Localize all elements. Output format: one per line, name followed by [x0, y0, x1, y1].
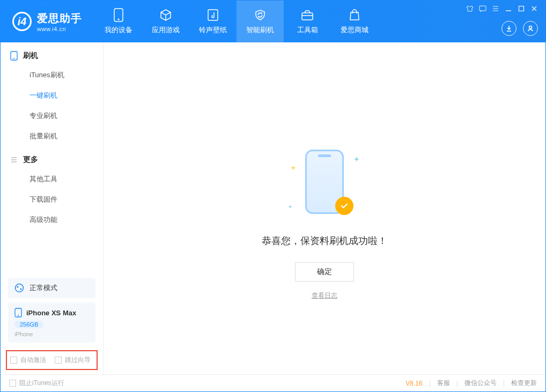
- tab-label: 铃声壁纸: [199, 25, 227, 35]
- svg-rect-3: [302, 13, 313, 20]
- version-label: V8.16: [405, 380, 422, 387]
- support-link[interactable]: 客服: [437, 379, 450, 388]
- mode-icon: [14, 283, 24, 293]
- mode-indicator[interactable]: 正常模式: [8, 278, 95, 298]
- logo-icon: i4: [12, 12, 32, 31]
- sidebar-item-pro-flash[interactable]: 专业刷机: [1, 106, 103, 126]
- maximize-button[interactable]: [518, 5, 525, 12]
- sidebar-item-batch-flash[interactable]: 批量刷机: [1, 126, 103, 146]
- menu-icon[interactable]: [492, 5, 499, 12]
- svg-point-6: [529, 26, 532, 29]
- checkbox-icon: [9, 380, 16, 387]
- toolbox-icon: [300, 8, 314, 22]
- svg-point-1: [118, 19, 120, 20]
- ok-button[interactable]: 确定: [295, 262, 354, 282]
- music-icon: [206, 8, 220, 22]
- success-illustration: ✦ ✦ ✦: [298, 150, 351, 219]
- mode-label: 正常模式: [29, 283, 57, 293]
- view-log-link[interactable]: 查看日志: [312, 291, 337, 300]
- close-button[interactable]: [530, 5, 538, 12]
- tab-label: 智能刷机: [246, 25, 274, 35]
- tab-label: 我的设备: [105, 25, 132, 35]
- sidebar-item-advanced[interactable]: 高级功能: [1, 210, 103, 230]
- checkbox-block-itunes[interactable]: 阻止iTunes运行: [9, 379, 64, 388]
- flash-options-row: 自动激活 跳过向导: [6, 350, 98, 370]
- sparkle-icon: ✦: [288, 204, 292, 210]
- cube-icon: [159, 8, 173, 22]
- sparkle-icon: ✦: [353, 155, 360, 164]
- window-controls: [466, 5, 538, 12]
- wechat-link[interactable]: 微信公众号: [464, 379, 497, 388]
- tab-smart-flash[interactable]: 智能刷机: [237, 1, 284, 42]
- bag-icon: [348, 8, 361, 22]
- svg-point-13: [18, 315, 19, 316]
- app-header: i4 爱思助手 www.i4.cn 我的设备 应用游戏 铃声壁纸 智能刷机 工具…: [1, 1, 545, 42]
- success-check-icon: [335, 197, 353, 215]
- checkbox-icon: [55, 357, 62, 364]
- check-update-link[interactable]: 检查更新: [511, 379, 537, 388]
- checkbox-label: 阻止iTunes运行: [19, 379, 64, 388]
- sidebar-item-itunes-flash[interactable]: iTunes刷机: [1, 65, 103, 85]
- device-info[interactable]: iPhone XS Max 256GB iPhone: [8, 302, 95, 343]
- refresh-shield-icon: [253, 8, 267, 22]
- tab-label: 爱思商城: [341, 25, 368, 35]
- svg-rect-4: [479, 6, 486, 11]
- download-icon[interactable]: [501, 21, 517, 36]
- checkbox-skip-guide[interactable]: 跳过向导: [55, 356, 91, 365]
- success-message: 恭喜您，保资料刷机成功啦！: [262, 234, 387, 247]
- list-icon: [10, 156, 18, 164]
- sidebar: 刷机 iTunes刷机 一键刷机 专业刷机 批量刷机 更多 其他工具 下载固件 …: [1, 42, 104, 374]
- sidebar-item-oneclick-flash[interactable]: 一键刷机: [1, 85, 103, 106]
- shirt-icon[interactable]: [466, 5, 474, 12]
- tab-apps-games[interactable]: 应用游戏: [142, 1, 189, 42]
- device-name-text: iPhone XS Max: [26, 309, 76, 317]
- app-subtitle: www.i4.cn: [37, 26, 82, 32]
- minimize-button[interactable]: [505, 5, 512, 12]
- checkbox-label: 跳过向导: [65, 356, 91, 365]
- device-icon: [10, 51, 18, 61]
- svg-rect-5: [519, 6, 524, 11]
- tab-ringtone-wallpaper[interactable]: 铃声壁纸: [189, 1, 237, 42]
- sidebar-section-more: 更多: [1, 146, 103, 169]
- feedback-icon[interactable]: [479, 5, 486, 12]
- phone-icon: [112, 8, 126, 22]
- main-tabs: 我的设备 应用游戏 铃声壁纸 智能刷机 工具箱 爱思商城: [95, 1, 378, 42]
- sparkle-icon: ✦: [290, 164, 297, 172]
- sidebar-section-flash: 刷机: [1, 42, 103, 65]
- tab-label: 应用游戏: [152, 25, 180, 35]
- tab-store[interactable]: 爱思商城: [331, 1, 378, 42]
- tab-label: 工具箱: [297, 25, 318, 35]
- device-storage-badge: 256GB: [14, 321, 43, 328]
- tab-toolbox[interactable]: 工具箱: [284, 1, 331, 42]
- user-icon[interactable]: [523, 21, 538, 36]
- device-type: iPhone: [14, 331, 89, 337]
- logo: i4 爱思助手 www.i4.cn: [1, 1, 92, 42]
- main-content: ✦ ✦ ✦ 恭喜您，保资料刷机成功啦！ 确定 查看日志: [104, 42, 545, 374]
- sidebar-item-download-firmware[interactable]: 下载固件: [1, 189, 103, 210]
- svg-point-11: [20, 289, 22, 290]
- status-bar: 阻止iTunes运行 V8.16 | 客服 | 微信公众号 | 检查更新: [1, 374, 545, 391]
- svg-point-10: [17, 286, 19, 288]
- app-title: 爱思助手: [37, 11, 82, 26]
- svg-rect-2: [208, 10, 218, 20]
- header-action-icons: [501, 21, 538, 36]
- tab-my-device[interactable]: 我的设备: [95, 1, 142, 42]
- checkbox-auto-activate[interactable]: 自动激活: [10, 356, 46, 365]
- checkbox-icon: [10, 357, 17, 364]
- svg-point-8: [13, 58, 14, 59]
- device-phone-icon: [14, 308, 22, 317]
- checkbox-label: 自动激活: [20, 356, 46, 365]
- svg-point-9: [16, 284, 24, 292]
- sidebar-item-other-tools[interactable]: 其他工具: [1, 169, 103, 189]
